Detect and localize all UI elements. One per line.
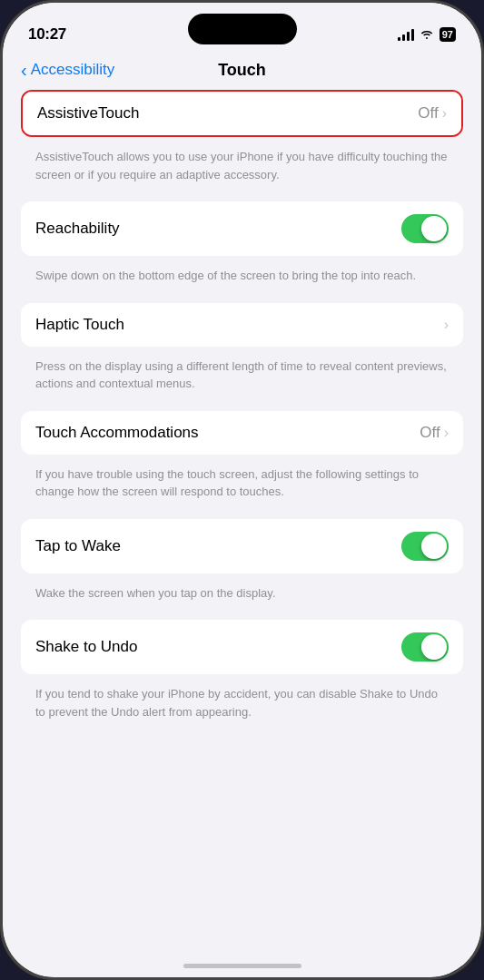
assistive-touch-chevron-icon: › — [442, 105, 447, 122]
haptic-touch-section: Haptic Touch › Press on the display usin… — [21, 303, 463, 402]
tap-to-wake-section: Tap to Wake Wake the screen when you tap… — [21, 519, 463, 612]
battery-icon: 97 — [440, 27, 456, 42]
assistive-touch-description: AssistiveTouch allows you to use your iP… — [21, 144, 463, 192]
phone-frame: 10:27 — [0, 0, 484, 980]
reachability-toggle-thumb — [421, 216, 447, 241]
settings-content: AssistiveTouch Off › AssistiveTouch allo… — [3, 90, 481, 965]
nav-bar: ‹ Accessibility Touch — [3, 54, 481, 90]
haptic-touch-chevron-icon: › — [444, 317, 449, 333]
back-label: Accessibility — [31, 61, 115, 79]
shake-to-undo-card: Shake to Undo — [21, 620, 463, 674]
reachability-section: Reachability Swipe down on the bottom ed… — [21, 201, 463, 294]
haptic-touch-row[interactable]: Haptic Touch › — [21, 303, 463, 347]
assistive-touch-card: AssistiveTouch Off › — [21, 90, 463, 137]
haptic-touch-description: Press on the display using a different l… — [21, 354, 463, 402]
wifi-icon — [420, 27, 434, 43]
shake-to-undo-description: If you tend to shake your iPhone by acci… — [21, 681, 463, 730]
reachability-label: Reachability — [35, 220, 120, 238]
assistive-touch-right: Off › — [418, 104, 447, 122]
assistive-touch-label: AssistiveTouch — [37, 104, 139, 122]
tap-to-wake-description: Wake the screen when you tap on the disp… — [21, 581, 463, 612]
dynamic-island — [188, 14, 297, 44]
phone-screen: 10:27 — [3, 3, 481, 977]
tap-to-wake-label: Tap to Wake — [35, 537, 121, 555]
home-indicator — [183, 964, 301, 968]
tap-to-wake-toggle[interactable] — [401, 532, 449, 561]
status-icons: 97 — [398, 27, 456, 43]
back-button[interactable]: ‹ Accessibility — [21, 61, 114, 79]
haptic-touch-card: Haptic Touch › — [21, 303, 463, 347]
battery-level: 97 — [442, 29, 453, 40]
touch-accommodations-right: Off › — [420, 424, 449, 442]
reachability-row[interactable]: Reachability — [21, 201, 463, 256]
tap-to-wake-toggle-thumb — [421, 534, 447, 559]
reachability-card: Reachability — [21, 201, 463, 256]
assistive-touch-value: Off — [418, 104, 438, 122]
reachability-description: Swipe down on the bottom edge of the scr… — [21, 263, 463, 294]
tap-to-wake-card: Tap to Wake — [21, 519, 463, 573]
shake-to-undo-label: Shake to Undo — [35, 638, 137, 656]
shake-to-undo-toggle-thumb — [421, 634, 447, 660]
shake-to-undo-toggle[interactable] — [401, 632, 449, 662]
touch-accommodations-card: Touch Accommodations Off › — [21, 411, 463, 455]
assistive-touch-row[interactable]: AssistiveTouch Off › — [23, 92, 461, 135]
touch-accommodations-label: Touch Accommodations — [35, 424, 199, 442]
page-title: Touch — [218, 61, 266, 80]
touch-accommodations-section: Touch Accommodations Off › If you have t… — [21, 411, 463, 510]
shake-to-undo-row[interactable]: Shake to Undo — [21, 620, 463, 674]
touch-accommodations-row[interactable]: Touch Accommodations Off › — [21, 411, 463, 455]
haptic-touch-right: › — [444, 317, 449, 333]
reachability-toggle[interactable] — [401, 214, 449, 243]
assistive-touch-section: AssistiveTouch Off › AssistiveTouch allo… — [21, 90, 463, 192]
status-time: 10:27 — [28, 25, 66, 44]
tap-to-wake-row[interactable]: Tap to Wake — [21, 519, 463, 573]
back-chevron-icon: ‹ — [21, 61, 27, 79]
signal-icon — [398, 28, 414, 41]
touch-accommodations-value: Off — [420, 424, 440, 442]
touch-accommodations-chevron-icon: › — [444, 425, 449, 441]
haptic-touch-label: Haptic Touch — [35, 316, 124, 334]
touch-accommodations-description: If you have trouble using the touch scre… — [21, 462, 463, 510]
shake-to-undo-section: Shake to Undo If you tend to shake your … — [21, 620, 463, 730]
